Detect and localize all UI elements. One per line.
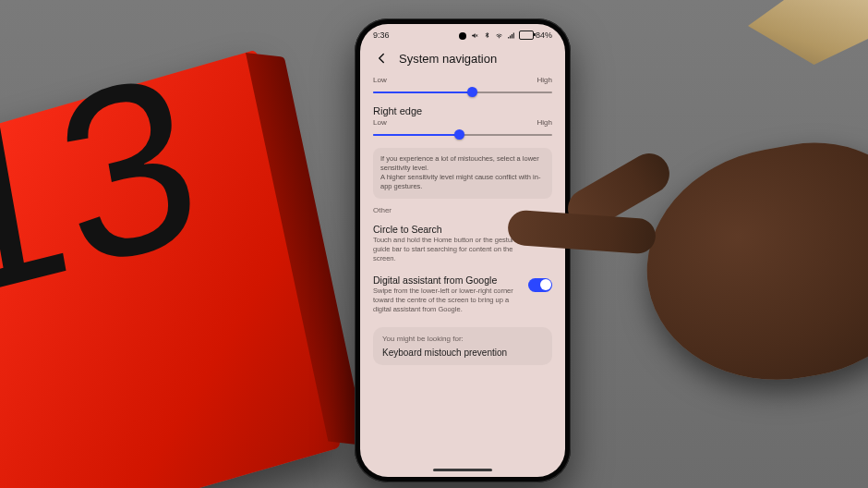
product-box: 13: [0, 50, 341, 488]
circle-to-search-sub: Touch and hold the Home button or the ge…: [373, 236, 521, 263]
suggestion-item: Keyboard mistouch prevention: [382, 348, 543, 358]
sensitivity-hint: If you experience a lot of mistouches, s…: [373, 148, 552, 199]
circle-to-search-text: Circle to Search Touch and hold the Home…: [373, 224, 521, 263]
slider-thumb[interactable]: [454, 129, 464, 140]
signal-icon: [507, 31, 515, 40]
slider-thumb[interactable]: [467, 87, 477, 97]
slider-fill: [373, 134, 459, 136]
digital-assistant-row[interactable]: Digital assistant from Google Swipe from…: [373, 269, 552, 320]
circle-to-search-row[interactable]: Circle to Search Touch and hold the Home…: [373, 218, 552, 269]
digital-assistant-text: Digital assistant from Google Swipe from…: [373, 274, 521, 314]
wifi-icon: [495, 31, 503, 40]
phone-frame: 9:36 84%: [355, 18, 571, 482]
toggle-knob: [540, 279, 551, 290]
back-button[interactable]: [373, 50, 390, 67]
toggle-knob: [530, 228, 541, 239]
product-box-side: [246, 53, 367, 445]
hand-thumb: [561, 146, 677, 237]
right-edge-title: Right edge: [373, 105, 552, 116]
circle-to-search-toggle[interactable]: [528, 227, 552, 241]
suggestion-label: You might be looking for:: [382, 335, 543, 343]
right-edge-min: Low: [373, 118, 387, 127]
left-edge-labels: Low High: [373, 76, 552, 84]
gesture-nav-pill[interactable]: [433, 469, 492, 471]
scene: 13 9:36 84%: [0, 0, 868, 488]
left-edge-min: Low: [373, 76, 387, 84]
product-box-number: 13: [0, 58, 210, 312]
right-edge-labels: Low High: [373, 118, 552, 127]
status-time: 9:36: [373, 30, 390, 40]
right-edge-max: High: [537, 118, 552, 127]
digital-assistant-title: Digital assistant from Google: [373, 274, 521, 286]
phone-screen: 9:36 84%: [360, 24, 565, 477]
left-edge-slider[interactable]: [373, 85, 552, 100]
digital-assistant-sub: Swipe from the lower-left or lower-right…: [373, 287, 521, 314]
mute-icon: [471, 31, 479, 40]
bluetooth-icon: [483, 31, 491, 40]
left-edge-max: High: [537, 76, 552, 84]
arrow-left-icon: [373, 50, 390, 67]
battery-indicator: 84%: [519, 30, 552, 40]
battery-icon: [519, 30, 534, 40]
status-right-cluster: 84%: [471, 30, 552, 40]
section-other-label: Other: [373, 206, 552, 214]
page-title: System navigation: [399, 52, 497, 66]
camera-hole: [459, 32, 466, 40]
suggestion-card[interactable]: You might be looking for: Keyboard misto…: [373, 327, 552, 365]
digital-assistant-toggle[interactable]: [528, 278, 552, 292]
hand-palm: [629, 126, 868, 401]
header: System navigation: [360, 46, 565, 74]
wooden-block: [748, 0, 868, 65]
battery-percent: 84%: [536, 30, 552, 40]
right-edge-slider[interactable]: [373, 128, 552, 142]
settings-content[interactable]: Low High Right edge Low High: [360, 74, 565, 464]
circle-to-search-title: Circle to Search: [373, 224, 521, 235]
slider-fill: [373, 92, 472, 93]
